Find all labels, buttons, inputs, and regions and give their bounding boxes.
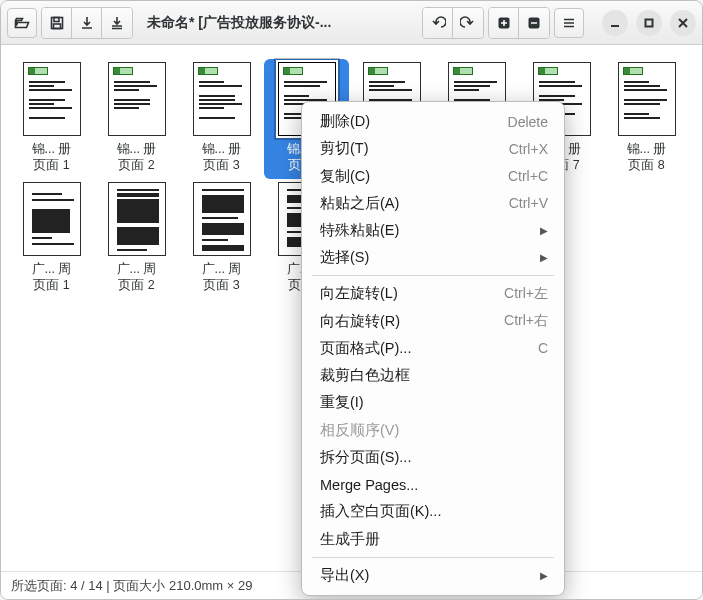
- page-thumbnail[interactable]: 广... 周页面 3: [179, 179, 264, 299]
- menu-item-accel: Ctrl+X: [509, 141, 548, 157]
- menu-item-label: 复制(C): [320, 167, 508, 186]
- thumb-label-1: 锦... 册: [608, 142, 686, 158]
- menu-item-label: 向右旋转(R): [320, 312, 504, 331]
- submenu-arrow-icon: ▶: [540, 570, 548, 581]
- context-menu: 删除(D)Delete剪切(T)Ctrl+X复制(C)Ctrl+C粘贴之后(A)…: [301, 101, 565, 596]
- menu-item-label: 生成手册: [320, 530, 548, 549]
- menu-item[interactable]: 重复(I): [302, 389, 564, 416]
- save-group: [41, 7, 133, 39]
- titlebar: 未命名* [广告投放服务协议-...: [1, 1, 702, 45]
- page-thumbnail[interactable]: 锦... 册页面 2: [94, 59, 179, 179]
- save-button[interactable]: [42, 8, 72, 38]
- menu-item-accel: Ctrl+右: [504, 312, 548, 330]
- undo-redo-group: [422, 7, 484, 39]
- menu-item[interactable]: 生成手册: [302, 525, 564, 552]
- zoom-in-button[interactable]: [489, 8, 519, 38]
- menu-item-label: 特殊粘贴(E): [320, 221, 540, 240]
- save-as-button[interactable]: [102, 8, 132, 38]
- svg-rect-2: [53, 24, 60, 29]
- redo-icon: [460, 15, 476, 31]
- menu-item[interactable]: 插入空白页面(K)...: [302, 498, 564, 525]
- menu-item-accel: Delete: [508, 114, 548, 130]
- open-button[interactable]: [7, 8, 37, 38]
- menu-item-label: 裁剪白色边框: [320, 366, 548, 385]
- thumb-label-2: 页面 1: [13, 278, 91, 294]
- save-icon: [49, 15, 65, 31]
- menu-separator: [312, 557, 554, 558]
- undo-button[interactable]: [423, 8, 453, 38]
- submenu-arrow-icon: ▶: [540, 252, 548, 263]
- page-thumbnail[interactable]: 广... 周页面 2: [94, 179, 179, 299]
- menu-item-label: 删除(D): [320, 112, 508, 131]
- thumb-label-1: 锦... 册: [13, 142, 91, 158]
- menu-item[interactable]: 选择(S)▶: [302, 244, 564, 271]
- thumb-label-2: 页面 3: [183, 158, 261, 174]
- thumb-label-1: 锦... 册: [183, 142, 261, 158]
- menu-item[interactable]: 裁剪白色边框: [302, 362, 564, 389]
- thumb-label-1: 广... 周: [13, 262, 91, 278]
- folder-open-icon: [14, 15, 30, 31]
- menu-item[interactable]: 页面格式(P)...C: [302, 335, 564, 362]
- download-icon: [79, 15, 95, 31]
- redo-button[interactable]: [453, 8, 483, 38]
- submenu-arrow-icon: ▶: [540, 225, 548, 236]
- page-thumbnail[interactable]: 广... 周页面 1: [9, 179, 94, 299]
- menu-item[interactable]: 特殊粘贴(E)▶: [302, 217, 564, 244]
- hamburger-icon: [561, 15, 577, 31]
- menu-item[interactable]: 向左旋转(L)Ctrl+左: [302, 280, 564, 307]
- page-preview: [108, 182, 166, 256]
- page-preview: [193, 182, 251, 256]
- thumb-label-2: 页面 2: [98, 158, 176, 174]
- menu-item-accel: Ctrl+左: [504, 285, 548, 303]
- thumb-label-1: 广... 周: [183, 262, 261, 278]
- menu-item-label: 导出(X): [320, 566, 540, 585]
- menu-item[interactable]: 剪切(T)Ctrl+X: [302, 135, 564, 162]
- zoom-group: [488, 7, 550, 39]
- page-preview: [618, 62, 676, 136]
- main-menu-button[interactable]: [554, 8, 584, 38]
- menu-item: 相反顺序(V): [302, 417, 564, 444]
- menu-item[interactable]: 导出(X)▶: [302, 562, 564, 589]
- maximize-icon: [644, 18, 654, 28]
- maximize-button[interactable]: [636, 10, 662, 36]
- thumb-label-2: 页面 2: [98, 278, 176, 294]
- menu-item[interactable]: 拆分页面(S)...: [302, 444, 564, 471]
- menu-item[interactable]: 复制(C)Ctrl+C: [302, 162, 564, 189]
- status-text: 所选页面: 4 / 14 | 页面大小 210.0mm × 29: [11, 577, 252, 595]
- page-preview: [193, 62, 251, 136]
- thumb-label-2: 页面 3: [183, 278, 261, 294]
- import-button[interactable]: [72, 8, 102, 38]
- plus-box-icon: [496, 15, 512, 31]
- menu-item-label: 剪切(T): [320, 139, 509, 158]
- menu-item-label: 拆分页面(S)...: [320, 448, 548, 467]
- minimize-button[interactable]: [602, 10, 628, 36]
- menu-item-label: 页面格式(P)...: [320, 339, 538, 358]
- menu-item[interactable]: Merge Pages...: [302, 471, 564, 498]
- window-title: 未命名* [广告投放服务协议-...: [137, 14, 418, 32]
- menu-item-label: 相反顺序(V): [320, 421, 548, 440]
- menu-item[interactable]: 向右旋转(R)Ctrl+右: [302, 308, 564, 335]
- download-underline-icon: [109, 15, 125, 31]
- thumb-label-2: 页面 1: [13, 158, 91, 174]
- menu-item-accel: Ctrl+V: [509, 195, 548, 211]
- page-preview: [108, 62, 166, 136]
- page-thumbnail[interactable]: 锦... 册页面 8: [604, 59, 689, 179]
- page-preview: [23, 182, 81, 256]
- thumb-label-1: 广... 周: [98, 262, 176, 278]
- menu-item[interactable]: 粘贴之后(A)Ctrl+V: [302, 190, 564, 217]
- menu-item[interactable]: 删除(D)Delete: [302, 108, 564, 135]
- page-thumbnail[interactable]: 锦... 册页面 1: [9, 59, 94, 179]
- menu-item-accel: Ctrl+C: [508, 168, 548, 184]
- page-thumbnail[interactable]: 锦... 册页面 3: [179, 59, 264, 179]
- close-button[interactable]: [670, 10, 696, 36]
- page-preview: [23, 62, 81, 136]
- thumb-label-2: 页面 8: [608, 158, 686, 174]
- minus-box-icon: [526, 15, 542, 31]
- menu-item-label: Merge Pages...: [320, 477, 548, 493]
- menu-item-label: 重复(I): [320, 393, 548, 412]
- svg-rect-5: [646, 19, 653, 26]
- menu-item-label: 插入空白页面(K)...: [320, 502, 548, 521]
- zoom-out-button[interactable]: [519, 8, 549, 38]
- menu-item-label: 粘贴之后(A): [320, 194, 509, 213]
- menu-item-accel: C: [538, 340, 548, 356]
